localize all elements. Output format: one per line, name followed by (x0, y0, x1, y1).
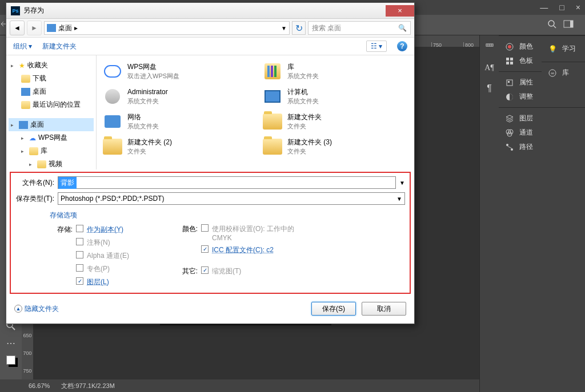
file-item[interactable]: Administrator系统文件夹 (101, 85, 250, 108)
tree-video[interactable]: ▸视频 (9, 157, 94, 169)
new-folder-button[interactable]: 新建文件夹 (42, 42, 77, 51)
filetype-select[interactable]: Photoshop (*.PSD;*.PDD;*.PSDT)▼ (58, 192, 405, 205)
file-item[interactable]: 网络系统文件夹 (101, 110, 250, 133)
folder-tree: ▸★收藏夹 下载 桌面 最近访问的位置 ▸桌面 ▸☁WPS网盘 ▸库 ▸视频 (6, 55, 97, 169)
file-item[interactable]: 库系统文件夹 (261, 60, 410, 83)
cancel-button[interactable]: 取消 (362, 302, 406, 316)
library-icon (29, 147, 38, 155)
folder-icon (102, 136, 123, 157)
icc-checkbox[interactable]: ✓ (201, 245, 209, 253)
tree-wps[interactable]: ▸☁WPS网盘 (9, 131, 94, 144)
file-list: WPS网盘双击进入WPS网盘库系统文件夹Administrator系统文件夹计算… (97, 55, 414, 169)
save-button[interactable]: 保存(S) (311, 302, 356, 316)
svg-point-1 (548, 21, 554, 26)
folder-icon (262, 136, 283, 157)
view-mode-button[interactable]: ☷ ▾ (366, 41, 387, 52)
properties-icon (504, 79, 515, 87)
nav-forward-button[interactable]: ► (27, 21, 42, 35)
desktop-icon (19, 121, 28, 129)
ps-close-button[interactable]: × (576, 3, 580, 12)
search-icon[interactable] (547, 19, 556, 31)
swatches-icon (504, 57, 515, 65)
search-icon: 🔍 (398, 24, 407, 32)
help-button[interactable]: ? (397, 41, 407, 51)
ps-maximize-button[interactable]: □ (559, 3, 564, 12)
desktop-icon (21, 88, 30, 96)
dialog-toolbar: 组织 ▾ 新建文件夹 ☷ ▾ ? (6, 37, 414, 55)
refresh-button[interactable]: ↻ (292, 21, 306, 35)
ruler-icon[interactable] (484, 42, 495, 52)
as-copy-checkbox[interactable] (76, 225, 83, 232)
filename-label: 文件名(N): (15, 178, 54, 188)
alpha-checkbox[interactable] (76, 251, 83, 258)
file-item[interactable]: 新建文件夹文件夹 (261, 110, 410, 133)
save-as-dialog: Ps 另存为 × ◄ ► 桌面 ▸ ▼ ↻ 搜索 桌面 🔍 组织 ▾ 新建文件夹… (6, 2, 415, 324)
zoom-level[interactable]: 66.67% (29, 382, 50, 389)
ps-app-icon: Ps (11, 6, 20, 15)
breadcrumb[interactable]: 桌面 ▸ ▼ (44, 21, 290, 35)
svg-rect-3 (570, 21, 573, 27)
thumbnail-checkbox[interactable]: ✓ (201, 266, 209, 274)
svg-rect-10 (506, 62, 509, 64)
annotations-checkbox[interactable] (76, 238, 83, 245)
file-item[interactable]: WPS网盘双击进入WPS网盘 (101, 60, 250, 83)
pc-icon (262, 86, 283, 107)
user-icon (102, 86, 123, 107)
tree-downloads[interactable]: 下载 (9, 72, 94, 85)
color-swatches[interactable] (2, 353, 19, 367)
filename-input[interactable]: 背影 (58, 176, 396, 189)
hide-folders-toggle[interactable]: ▲隐藏文件夹 (14, 304, 59, 314)
paragraph-icon[interactable]: ¶ (484, 83, 495, 94)
workspace-icon[interactable] (563, 20, 574, 30)
dialog-close-button[interactable]: × (386, 5, 414, 17)
channels-icon (504, 129, 515, 137)
color-wheel-icon (504, 43, 515, 51)
panel-layers[interactable]: 图层 (501, 111, 583, 126)
organize-menu[interactable]: 组织 ▾ (13, 42, 32, 51)
filetype-label: 保存类型(T): (15, 194, 54, 204)
tree-desktop[interactable]: 桌面 (9, 85, 94, 98)
tree-library[interactable]: ▸库 (9, 144, 94, 157)
file-item[interactable]: 新建文件夹 (2)文件夹 (101, 135, 250, 158)
search-input[interactable]: 搜索 桌面 🔍 (308, 21, 411, 35)
adjustments-icon (504, 93, 515, 101)
edit-toolbar[interactable]: ⋯ (2, 336, 19, 350)
proof-checkbox[interactable] (201, 224, 209, 232)
status-bar: 66.67% 文档:977.1K/2.23M (0, 379, 479, 392)
panel-paths[interactable]: 路径 (501, 140, 583, 154)
panel-learn[interactable]: 💡学习 (544, 42, 583, 56)
nav-bar: ◄ ► 桌面 ▸ ▼ ↻ 搜索 桌面 🔍 (6, 19, 414, 37)
svg-rect-9 (510, 58, 513, 60)
layers-checkbox[interactable]: ✓ (76, 277, 83, 285)
tree-desktop-selected[interactable]: ▸桌面 (9, 118, 94, 131)
spot-checkbox[interactable] (76, 264, 83, 272)
net-icon (102, 111, 123, 132)
svg-text:∞: ∞ (551, 71, 554, 76)
dialog-titlebar[interactable]: Ps 另存为 × (6, 3, 414, 19)
panel-channels[interactable]: 通道 (501, 126, 583, 140)
type-icon[interactable]: A¶ (484, 63, 495, 73)
star-icon: ★ (19, 62, 25, 70)
ps-minimize-button[interactable]: — (540, 3, 548, 12)
panels-area: A¶ ¶ 颜色 色板 属性 调整 图层 通道 路径 (479, 35, 585, 392)
dialog-footer: ▲隐藏文件夹 保存(S) 取消 (6, 296, 414, 324)
video-icon (37, 160, 46, 168)
file-item[interactable]: 计算机系统文件夹 (261, 85, 410, 108)
cloud-icon (102, 61, 123, 82)
file-item[interactable]: 新建文件夹 (3)文件夹 (261, 135, 410, 158)
folder-icon (21, 75, 30, 83)
layers-icon (504, 115, 515, 123)
paths-icon (504, 143, 515, 151)
panel-libraries[interactable]: ∞库 (544, 66, 583, 80)
nav-back-button[interactable]: ◄ (10, 21, 25, 35)
desktop-icon (47, 24, 56, 32)
tree-recent[interactable]: 最近访问的位置 (9, 98, 94, 111)
svg-rect-8 (506, 58, 509, 60)
svg-rect-11 (510, 62, 513, 64)
panel-adjustments[interactable]: 调整 (501, 90, 583, 104)
lib-icon (262, 61, 283, 82)
svg-point-7 (508, 45, 511, 49)
tree-favorites[interactable]: ▸★收藏夹 (9, 59, 94, 72)
cloud-icon: ☁ (29, 134, 36, 142)
save-options-panel: 文件名(N): 背影 ▼ 保存类型(T): Photoshop (*.PSD;*… (10, 172, 411, 294)
